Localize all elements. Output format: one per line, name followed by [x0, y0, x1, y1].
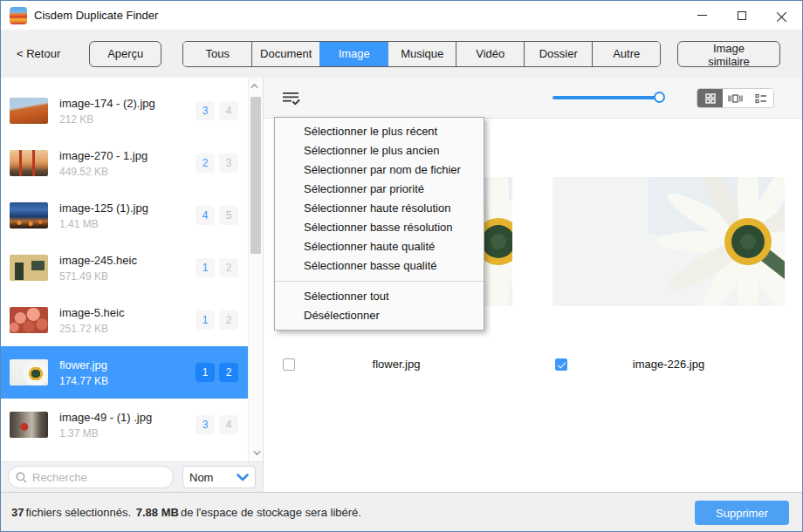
- file-size: 1.41 MB: [59, 218, 196, 230]
- window-title: Cisdem Duplicate Finder: [34, 9, 158, 22]
- back-button[interactable]: < Retour: [17, 47, 60, 60]
- file-name: image-270 - 1.jpg: [59, 149, 196, 162]
- file-size: 174.77 KB: [59, 375, 196, 387]
- file-name: image-245.heic: [59, 254, 196, 267]
- file-row[interactable]: image-5.heic 251.72 KB 1 2: [1, 294, 248, 346]
- total-count-badge: 5: [219, 206, 238, 225]
- file-row[interactable]: image-49 - (1) .jpg 1.37 MB 3 4: [1, 399, 248, 451]
- menu-item[interactable]: Désélectionner: [275, 306, 484, 325]
- maximize-button[interactable]: [729, 6, 755, 25]
- freed-size: 7.88 MB: [136, 506, 179, 519]
- duplicate-count-badges: 1 2: [196, 363, 238, 382]
- minimize-icon: [697, 15, 707, 16]
- file-name: flower.jpg: [59, 358, 196, 372]
- search-box: [8, 466, 174, 488]
- menu-item[interactable]: Sélectionner par nom de fichier: [275, 160, 484, 180]
- status-bar: 37fichiers sélectionnés. 7.88 MBde l'esp…: [1, 492, 802, 531]
- selected-count-badge: 1: [196, 258, 215, 277]
- file-size: 212 KB: [59, 113, 196, 126]
- photo-preview[interactable]: [552, 177, 785, 306]
- selection-menu: Sélectionner le plus récentSélectionner …: [274, 117, 484, 331]
- file-list: image-174 - (2).jpg 212 KB 3 4 image-270…: [1, 78, 263, 461]
- coverflow-view-icon: [728, 93, 743, 104]
- grid-view-button[interactable]: [697, 89, 723, 107]
- selected-count-badge: 1: [196, 310, 215, 330]
- menu-item[interactable]: Sélectionner par priorité: [275, 180, 484, 199]
- grid-view-icon: [705, 93, 716, 104]
- total-count-badge: 3: [219, 153, 238, 173]
- tab-document[interactable]: Document: [251, 42, 319, 66]
- menu-item[interactable]: Sélectionner basse qualité: [275, 256, 484, 276]
- file-name: image-174 - (2).jpg: [59, 97, 196, 110]
- tab-group: TousDocumentImageMusiqueVidéoDossierAutr…: [182, 41, 661, 67]
- duplicate-card: image-226.jpg: [552, 177, 785, 372]
- slider-handle[interactable]: [654, 92, 665, 103]
- file-name: image-125 (1).jpg: [59, 201, 196, 215]
- select-menu-button[interactable]: [279, 88, 304, 109]
- chevron-down-icon: [237, 474, 249, 481]
- duplicate-count-badges: 3 4: [196, 415, 238, 434]
- file-row[interactable]: image-245.heic 571.49 KB 1 2: [1, 242, 248, 294]
- close-button[interactable]: [769, 6, 795, 25]
- delete-button[interactable]: Supprimer: [695, 501, 789, 525]
- menu-item[interactable]: Sélectionner haute résolution: [275, 199, 484, 218]
- file-thumbnail: [10, 359, 48, 385]
- file-checkbox[interactable]: [555, 358, 567, 371]
- tab-autre[interactable]: Autre: [592, 42, 660, 66]
- zoom-slider[interactable]: [552, 96, 662, 99]
- similar-image-button[interactable]: Image similaire: [677, 41, 780, 67]
- file-row[interactable]: flower.jpg 174.77 KB 1 2: [1, 346, 248, 399]
- file-thumbnail: [10, 98, 48, 124]
- sidebar: image-174 - (2).jpg 212 KB 3 4 image-270…: [1, 78, 264, 492]
- file-name: image-5.heic: [59, 306, 196, 319]
- scroll-up-button[interactable]: [249, 79, 263, 93]
- selected-count-badge: 3: [196, 101, 215, 120]
- preview-button[interactable]: Aperçu: [89, 41, 161, 67]
- main-panel: flower.jpg: [264, 78, 802, 492]
- menu-item[interactable]: Sélectionner le plus récent: [275, 122, 484, 141]
- file-row[interactable]: image-125 (1).jpg 1.41 MB 4 5: [1, 189, 248, 242]
- search-input[interactable]: [32, 471, 166, 484]
- list-view-button[interactable]: [748, 89, 773, 107]
- daisy-photo-graphic: [552, 177, 785, 306]
- selected-count-badge: 2: [196, 153, 215, 173]
- tab-image[interactable]: Image: [319, 42, 388, 66]
- file-thumbnail: [10, 307, 48, 333]
- selected-count-badge: 3: [196, 415, 215, 434]
- total-count-badge: 4: [219, 101, 238, 120]
- list-view-icon: [755, 93, 767, 104]
- file-size: 251.72 KB: [59, 323, 196, 335]
- file-row[interactable]: image-270 - 1.jpg 449.52 KB 2 3: [1, 137, 248, 189]
- titlebar: Cisdem Duplicate Finder: [1, 1, 802, 30]
- menu-item[interactable]: Sélectionner le plus ancien: [275, 141, 484, 160]
- selected-count: 37: [11, 506, 24, 519]
- file-size: 1.37 MB: [59, 427, 196, 440]
- selected-count-badge: 4: [196, 206, 215, 225]
- menu-separator: [275, 281, 484, 282]
- menu-item[interactable]: Sélectionner haute qualité: [275, 237, 484, 256]
- file-name: image-49 - (1) .jpg: [59, 411, 196, 424]
- tab-tous[interactable]: Tous: [183, 42, 251, 66]
- total-count-badge: 2: [219, 363, 238, 382]
- file-checkbox[interactable]: [283, 358, 295, 371]
- scrollbar[interactable]: [248, 78, 263, 461]
- coverflow-view-button[interactable]: [723, 89, 748, 107]
- scrollbar-thumb[interactable]: [251, 97, 261, 254]
- tab-musique[interactable]: Musique: [388, 42, 456, 66]
- sort-dropdown[interactable]: Nom: [182, 466, 256, 488]
- menu-item[interactable]: Sélectionner tout: [275, 287, 484, 306]
- chevron-up-icon: [251, 84, 257, 91]
- scroll-down-button[interactable]: [249, 446, 263, 460]
- minimize-button[interactable]: [689, 6, 715, 25]
- total-count-badge: 2: [219, 258, 238, 277]
- menu-item[interactable]: Sélectionner basse résolution: [275, 218, 484, 237]
- total-count-badge: 2: [219, 310, 238, 330]
- sidebar-footer: Nom: [1, 461, 263, 492]
- maximize-icon: [738, 11, 746, 20]
- tab-vidéo[interactable]: Vidéo: [456, 42, 524, 66]
- tab-dossier[interactable]: Dossier: [524, 42, 592, 66]
- duplicate-count-badges: 4 5: [196, 206, 238, 225]
- duplicate-count-badges: 1 2: [196, 310, 238, 330]
- status-text: 37fichiers sélectionnés. 7.88 MBde l'esp…: [10, 506, 361, 519]
- file-row[interactable]: image-174 - (2).jpg 212 KB 3 4: [1, 85, 248, 137]
